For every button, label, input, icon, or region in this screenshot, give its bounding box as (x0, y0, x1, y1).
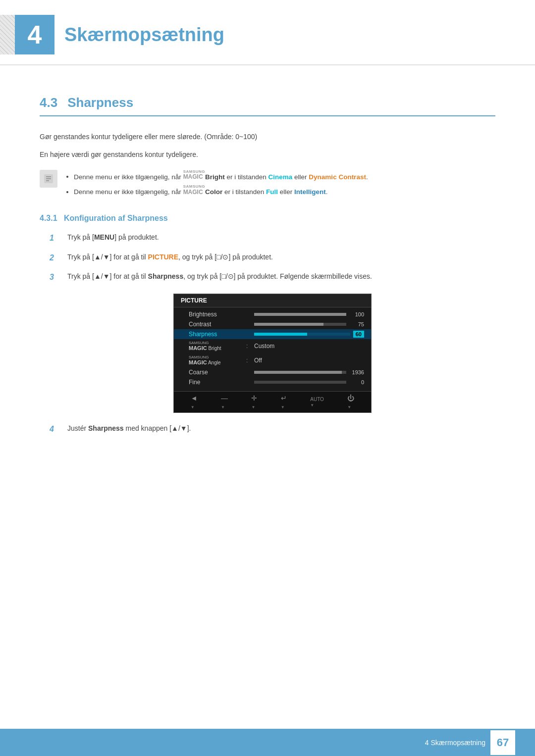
osd-icon-back: ◄▼ (191, 394, 198, 410)
chapter-number: 4 (28, 22, 42, 48)
step-4: 4 Justér Sharpness med knappen [▲/▼]. (50, 423, 495, 436)
section-number: 4.3 (40, 95, 57, 110)
osd-row-coarse: Coarse 1936 (174, 367, 371, 377)
step3-highlight: Sharpness (148, 272, 184, 280)
footer-chapter-label: 4 Skærmopsætning (425, 739, 485, 747)
step-num-4: 4 (50, 423, 59, 436)
chapter-header: 4 Skærmopsætning (0, 0, 535, 65)
notes-list: Denne menu er ikke tilgængelig, når SAMS… (65, 170, 368, 200)
subsection-title: Konfiguration af Sharpness (64, 214, 168, 222)
subsection-number: 4.3.1 (40, 214, 57, 222)
osd-val-coarse: 1936 (349, 369, 364, 375)
note1-product: Bright (205, 173, 225, 180)
osd-row-brightness: Brightness 100 (174, 309, 371, 319)
osd-rows: Brightness 100 Contrast 75 (174, 307, 371, 390)
osd-row-magic-bright: SAMSUNG MAGIC Bright : Custom (174, 339, 371, 353)
step-4-list: 4 Justér Sharpness med knappen [▲/▼]. (50, 423, 495, 436)
step-num-3: 3 (50, 271, 59, 284)
note2-connector: eller (278, 188, 294, 196)
osd-val-fine: 0 (349, 379, 364, 385)
step4-highlight: Sharpness (88, 424, 124, 432)
step-num-1: 1 (50, 232, 59, 245)
osd-label-magic-bright: SAMSUNG MAGIC Bright (189, 341, 243, 352)
osd-icon-plus: ✛▼ (251, 394, 257, 410)
step2-highlight: PICTURE (148, 253, 178, 261)
step-text-4: Justér Sharpness med knappen [▲/▼]. (67, 423, 495, 436)
note2-suffix: . (326, 188, 328, 196)
note1-prefix: Denne menu er ikke tilgængelig, når (74, 173, 183, 180)
note1-connector: eller (292, 173, 309, 180)
section-title: Sharpness (67, 95, 133, 110)
osd-label-brightness: Brightness (189, 311, 243, 318)
osd-icon-power: ⏻▼ (347, 394, 354, 410)
osd-screenshot: PICTURE Brightness 100 Contrast (173, 294, 372, 413)
osd-row-magic-angle: SAMSUNG MAGIC Angle : Off (174, 353, 371, 368)
chapter-title: Skærmopsætning (64, 24, 224, 46)
osd-icon-auto: AUTO▼ (310, 397, 324, 407)
step-text-1: Tryk på [MENU] på produktet. (67, 232, 495, 245)
osd-val-contrast: 75 (349, 321, 364, 327)
osd-icon-confirm: ↵▼ (281, 394, 287, 410)
note2-product: Color (205, 188, 222, 196)
osd-row-sharpness: Sharpness 60 (174, 329, 371, 339)
step-3: 3 Tryk på [▲/▼] for at gå til Sharpness,… (50, 271, 495, 284)
step-num-2: 2 (50, 252, 59, 264)
osd-label-contrast: Contrast (189, 321, 243, 328)
osd-val-sharpness: 60 (353, 331, 364, 338)
osd-label-magic-angle: SAMSUNG MAGIC Angle (189, 355, 243, 366)
note1-val1: Cinema (268, 173, 293, 180)
osd-icon-bar: ◄▼ —▼ ✛▼ ↵▼ AUTO▼ ⏻▼ (174, 391, 371, 412)
note-item-2: Denne menu er ikke tilgængelig, når SAMS… (74, 185, 368, 198)
menu-bold: MENU (94, 233, 114, 241)
osd-row-fine: Fine 0 (174, 377, 371, 387)
steps-list: 1 Tryk på [MENU] på produktet. 2 Tryk på… (50, 232, 495, 284)
osd-label-sharpness: Sharpness (189, 331, 243, 338)
osd-label-fine: Fine (189, 379, 243, 386)
footer-page-number: 67 (490, 730, 515, 755)
osd-header: PICTURE (174, 294, 371, 307)
note2-prefix: Denne menu er ikke tilgængelig, når (74, 188, 183, 196)
osd-icon-minus: —▼ (221, 394, 228, 410)
step-2: 2 Tryk på [▲/▼] for at gå til PICTURE, o… (50, 252, 495, 264)
page-footer: 4 Skærmopsætning 67 (0, 729, 535, 756)
description-2: En højere værdi gør genstandens kontur t… (40, 149, 495, 161)
osd-label-coarse: Coarse (189, 369, 243, 376)
step-text-3: Tryk på [▲/▼] for at gå til Sharpness, o… (67, 271, 495, 284)
chapter-number-box: 4 (15, 15, 54, 54)
subsection-heading: 4.3.1 Konfiguration af Sharpness (40, 214, 495, 223)
note-icon (40, 170, 57, 188)
step-1: 1 Tryk på [MENU] på produktet. (50, 232, 495, 245)
note2-val1: Full (266, 188, 278, 196)
step-text-2: Tryk på [▲/▼] for at gå til PICTURE, og … (67, 252, 495, 264)
note-item-1: Denne menu er ikke tilgængelig, når SAMS… (74, 170, 368, 183)
note2-brand: SAMSUNGMAGIC (183, 185, 205, 196)
note1-val2: Dynamic Contrast (309, 173, 366, 180)
note1-middle: er i tilstanden (225, 173, 268, 180)
osd-val-magic-bright: Custom (254, 343, 274, 350)
description-1: Gør genstandes kontur tydeligere eller m… (40, 131, 495, 143)
section-heading: 4.3 Sharpness (40, 95, 495, 116)
osd-row-contrast: Contrast 75 (174, 319, 371, 329)
note2-val2: Intelligent (294, 188, 326, 196)
header-decoration (0, 15, 15, 54)
note1-suffix: . (366, 173, 368, 180)
note1-brand: SAMSUNGMAGIC (183, 170, 205, 181)
note2-middle: er i tilstanden (222, 188, 266, 196)
steps-container: 1 Tryk på [MENU] på produktet. 2 Tryk på… (50, 232, 495, 436)
osd-val-magic-angle: Off (254, 357, 262, 364)
note-box: Denne menu er ikke tilgængelig, når SAMS… (40, 170, 495, 200)
page-content: 4.3 Sharpness Gør genstandes kontur tyde… (0, 75, 535, 495)
osd-val-brightness: 100 (349, 311, 364, 317)
pencil-svg (43, 173, 54, 184)
